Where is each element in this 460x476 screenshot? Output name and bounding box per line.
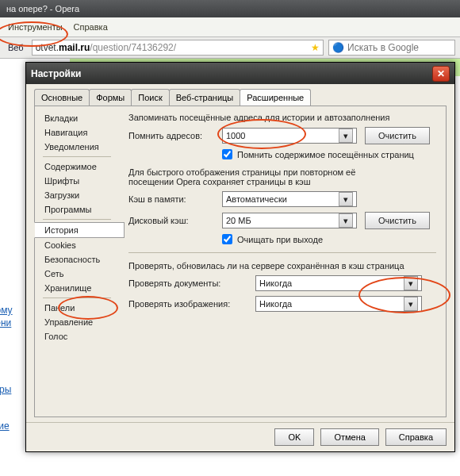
url-host-prefix: otvet.: [36, 42, 59, 53]
remember-content-label: Помнить содержимое посещённых страниц: [237, 150, 414, 159]
page-link[interactable]: о игры: [0, 384, 11, 395]
tab-basic[interactable]: Основные: [34, 89, 90, 106]
settings-sidebar: Вкладки Навигация Уведомления Содержимое…: [35, 106, 119, 416]
sidebar-item-voice[interactable]: Голос: [35, 329, 119, 344]
history-desc: Запоминать посещённые адреса для истории…: [128, 113, 436, 122]
remember-addr-label: Помнить адресов:: [128, 131, 222, 140]
cache-desc2: посещении Opera сохраняет страницы в кэш: [128, 177, 436, 186]
sidebar-item-fonts[interactable]: Шрифты: [35, 174, 119, 188]
tab-forms[interactable]: Формы: [89, 89, 132, 106]
close-icon: ✕: [437, 68, 445, 79]
dialog-buttons: OK Отмена Справка: [26, 422, 454, 451]
clear-on-exit-checkbox[interactable]: [222, 234, 232, 244]
tab-webpages[interactable]: Веб-страницы: [169, 89, 241, 106]
sidebar-item-panels[interactable]: Панели: [35, 301, 119, 315]
check-docs-label: Проверять документы:: [128, 278, 255, 288]
cache-desc: Для быстрого отображения страницы при по…: [128, 167, 436, 177]
page-link[interactable]: ошени: [0, 317, 11, 328]
google-icon: 🔵: [332, 42, 344, 53]
url-input[interactable]: otvet.mail.ru/question/74136292/ ★: [32, 40, 324, 56]
chevron-down-icon: ▾: [339, 129, 353, 143]
disk-cache-select[interactable]: 20 МБ▾: [222, 213, 357, 228]
settings-content: Запоминать посещённые адреса для истории…: [119, 106, 446, 416]
menu-bar: Инструменты Справка: [0, 17, 460, 37]
tabs: Основные Формы Поиск Веб-страницы Расшир…: [26, 84, 454, 106]
sidebar-item-notifications[interactable]: Уведомления: [35, 140, 119, 154]
check-imgs-select[interactable]: Никогда▾: [255, 296, 422, 312]
tab-advanced[interactable]: Расширенные: [240, 89, 311, 106]
search-placeholder: Искать в Google: [347, 42, 419, 53]
menu-help[interactable]: Справка: [74, 22, 108, 32]
sidebar-item-history[interactable]: История: [34, 222, 125, 238]
help-button[interactable]: Справка: [385, 428, 447, 446]
url-domain: mail.ru: [59, 42, 90, 53]
clear-cache-button[interactable]: Очистить: [365, 212, 430, 229]
sidebar-item-cookies[interactable]: Cookies: [35, 238, 119, 252]
sidebar-item-tabs[interactable]: Вкладки: [35, 111, 119, 125]
close-button[interactable]: ✕: [432, 66, 450, 82]
remember-content-checkbox[interactable]: [222, 149, 232, 159]
chevron-down-icon: ▾: [339, 192, 353, 206]
page-link[interactable]: форму: [0, 305, 13, 316]
sidebar-item-downloads[interactable]: Загрузки: [35, 188, 119, 202]
sidebar-item-manage[interactable]: Управление: [35, 315, 119, 329]
tab-search[interactable]: Поиск: [131, 89, 169, 106]
cancel-button[interactable]: Отмена: [320, 428, 378, 446]
chevron-down-icon: ▾: [339, 213, 353, 228]
window-title: на опере? - Opera: [0, 0, 460, 17]
remember-addr-select[interactable]: 1000▾: [222, 128, 357, 144]
sidebar-item-content[interactable]: Содержимое: [35, 159, 119, 174]
url-bar: Веб otvet.mail.ru/question/74136292/ ★ 🔵…: [0, 37, 460, 59]
ok-button[interactable]: OK: [274, 428, 314, 446]
disk-cache-label: Дисковый кэш:: [128, 216, 222, 225]
chevron-down-icon: ▾: [404, 276, 418, 290]
mem-cache-select[interactable]: Автоматически▾: [222, 191, 357, 207]
clear-on-exit-label: Очищать при выходе: [237, 235, 323, 244]
check-imgs-label: Проверять изображения:: [128, 299, 255, 309]
sidebar-item-navigation[interactable]: Навигация: [35, 125, 119, 140]
sidebar-item-security[interactable]: Безопасность: [35, 252, 119, 267]
bookmark-star-icon[interactable]: ★: [311, 42, 320, 53]
search-input[interactable]: 🔵 Искать в Google: [328, 40, 455, 56]
mem-cache-label: Кэш в памяти:: [128, 194, 222, 204]
check-docs-select[interactable]: Никогда▾: [255, 275, 422, 291]
sidebar-item-network[interactable]: Сеть: [35, 267, 119, 281]
menu-tools[interactable]: Инструменты: [8, 22, 63, 32]
sidebar-item-programs[interactable]: Программы: [35, 202, 119, 217]
dialog-titlebar: Настройки ✕: [26, 63, 454, 84]
page-link[interactable]: дение: [0, 420, 10, 432]
veb-label[interactable]: Веб: [0, 43, 32, 52]
settings-dialog: Настройки ✕ Основные Формы Поиск Веб-стр…: [25, 62, 455, 452]
clear-history-button[interactable]: Очистить: [365, 127, 430, 144]
sidebar-item-storage[interactable]: Хранилище: [35, 281, 119, 295]
chevron-down-icon: ▾: [404, 297, 418, 311]
dialog-title: Настройки: [31, 68, 81, 79]
url-path: /question/74136292/: [90, 42, 176, 53]
server-check-desc: Проверять, обновилась ли на сервере сохр…: [128, 261, 436, 271]
